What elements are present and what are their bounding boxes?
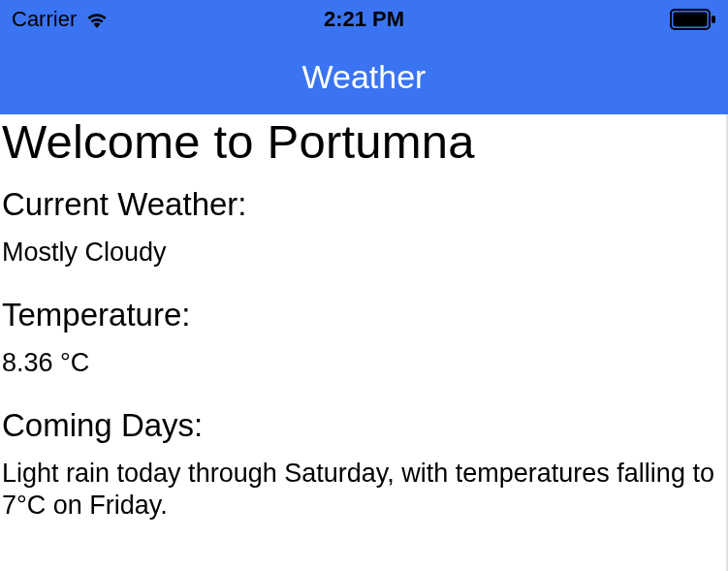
wifi-icon [84,10,110,29]
coming-days-label: Coming Days: [2,407,722,444]
status-bar: Carrier 2:21 PM [0,0,728,39]
status-left: Carrier [12,7,110,32]
battery-icon [670,9,716,30]
svg-rect-1 [674,13,708,27]
status-time: 2:21 PM [324,7,404,32]
current-weather-value: Mostly Cloudy [2,237,722,270]
svg-rect-2 [712,16,715,23]
nav-bar: Weather [0,39,728,114]
temperature-value: 8.36 °C [2,347,722,380]
coming-days-value: Light rain today through Saturday, with … [2,458,722,523]
temperature-label: Temperature: [2,297,722,333]
main-content: Welcome to Portumna Current Weather: Mos… [0,114,728,571]
status-right [670,9,716,30]
nav-title: Weather [302,58,427,96]
welcome-title: Welcome to Portumna [2,114,722,169]
current-weather-label: Current Weather: [2,186,722,223]
carrier-label: Carrier [12,7,77,32]
